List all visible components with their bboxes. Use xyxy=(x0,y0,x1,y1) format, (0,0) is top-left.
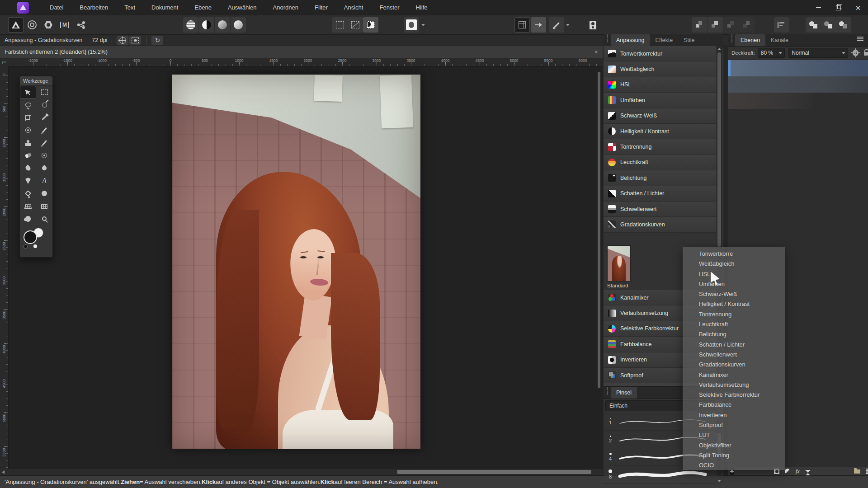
develop-persona-button[interactable] xyxy=(41,17,56,33)
perspective-tool[interactable] xyxy=(36,200,52,212)
scrollbar-thumb[interactable] xyxy=(717,52,721,247)
opacity-select[interactable]: 80 % xyxy=(758,48,785,58)
menu-item[interactable]: Fenster xyxy=(371,0,407,15)
burn-tool[interactable] xyxy=(20,162,36,174)
snapping-dropdown[interactable] xyxy=(564,17,571,33)
alignment-button[interactable] xyxy=(774,17,789,33)
dropdown-menu-item[interactable]: Objektivfilter xyxy=(699,441,785,450)
shape-tool[interactable] xyxy=(36,187,52,200)
dropdown-menu-item[interactable]: Verlaufsumsetzung xyxy=(699,380,785,390)
adjustment-item[interactable]: Umfärben xyxy=(604,93,716,108)
preview-mode-button[interactable] xyxy=(129,36,141,45)
clone-stamp-tool[interactable] xyxy=(20,136,36,149)
auto-colors-button[interactable] xyxy=(215,17,230,33)
adjustment-item[interactable]: HSL xyxy=(604,77,716,93)
dropdown-menu-item[interactable]: Kanalmixer xyxy=(699,370,785,380)
auto-contrast-button[interactable] xyxy=(199,17,214,33)
menu-item[interactable]: Dokument xyxy=(143,0,186,15)
tab-ebenen[interactable]: Ebenen xyxy=(735,34,765,46)
mixer-brush-tool[interactable] xyxy=(36,136,52,149)
selection-line-button[interactable] xyxy=(348,17,363,33)
tab-anpassung[interactable]: Anpassung xyxy=(611,34,650,46)
adjustment-item[interactable]: Schatten / Lichter xyxy=(604,186,716,202)
dropdown-menu-item[interactable]: Leuchtkraft xyxy=(699,319,785,329)
adjustment-item[interactable]: Schwarz-Weiß xyxy=(604,108,716,124)
close-button[interactable]: ✕ xyxy=(848,0,868,15)
dropdown-menu-item[interactable]: Weißabgleich xyxy=(699,259,785,269)
tone-mapping-persona-button[interactable]: M xyxy=(57,17,72,33)
hand-tool[interactable] xyxy=(20,212,36,225)
blend-ranges-button[interactable] xyxy=(805,468,811,475)
auto-white-balance-button[interactable] xyxy=(231,17,246,33)
menu-item[interactable]: Ebene xyxy=(186,0,220,15)
boolean-add-button[interactable] xyxy=(806,17,821,33)
boolean-subtract-button[interactable] xyxy=(821,17,836,33)
dropdown-menu-item[interactable]: OCIO xyxy=(699,460,785,470)
layer-row[interactable] xyxy=(728,93,812,109)
marquee-tool[interactable] xyxy=(36,86,52,99)
quick-mask-dropdown[interactable] xyxy=(420,17,427,33)
swap-colors-icon[interactable] xyxy=(33,244,37,248)
dropdown-menu-item[interactable]: Tontrennung xyxy=(699,310,785,319)
move-to-front-button[interactable] xyxy=(723,17,739,33)
adjustment-item[interactable]: Weißabgleich xyxy=(604,61,716,77)
new-selection-button[interactable] xyxy=(332,17,348,33)
tab-kanaele[interactable]: Kanäle xyxy=(765,34,794,46)
adjustment-item[interactable]: Gradationskurven xyxy=(604,217,716,232)
dropdown-menu-item[interactable]: Belichtung xyxy=(699,329,785,339)
move-to-back-button[interactable] xyxy=(739,17,755,33)
text-tool[interactable] xyxy=(36,174,52,187)
adjustment-item[interactable]: Belichtung xyxy=(604,170,716,186)
color-picker-tool[interactable] xyxy=(36,111,52,124)
menu-item[interactable]: Ansicht xyxy=(336,0,372,15)
scroll-left-arrow[interactable] xyxy=(2,470,5,474)
scroll-down-arrow[interactable] xyxy=(717,480,721,482)
dropdown-menu-item[interactable]: Split Toning xyxy=(699,450,785,460)
dropdown-menu-item[interactable]: Schatten / Lichter xyxy=(699,340,785,350)
dropdown-menu-item[interactable]: Schwellenwert xyxy=(699,350,785,360)
tab-effekte[interactable]: Effekte xyxy=(650,34,679,46)
tab-pinsel[interactable]: Pinsel xyxy=(611,387,637,399)
tab-stile[interactable]: Stile xyxy=(678,34,700,46)
document-tab[interactable]: Farbstich entfernen 2 [Geändert] (15.2%)… xyxy=(0,46,603,58)
gear-icon[interactable] xyxy=(853,50,859,56)
menu-item[interactable]: Anordnen xyxy=(265,0,307,15)
dropdown-menu-item[interactable]: Farbbalance xyxy=(699,400,785,410)
eraser-tool[interactable] xyxy=(20,149,36,162)
menu-item[interactable]: Auswählen xyxy=(220,0,265,15)
snapping-grid-button[interactable] xyxy=(514,17,530,33)
dropdown-menu-item[interactable]: Selektive Farbkorrektur xyxy=(699,390,785,400)
crop-tool[interactable] xyxy=(20,111,36,124)
tab-close-icon[interactable]: × xyxy=(594,48,598,56)
new-layer-button[interactable] xyxy=(866,468,868,475)
dropdown-menu-item[interactable]: Schwarz-Weiß xyxy=(699,289,785,299)
menu-item[interactable]: Hilfe xyxy=(408,0,436,15)
dropdown-menu-item[interactable]: Helligkeit / Kontrast xyxy=(699,299,785,309)
default-colors-icon[interactable] xyxy=(24,244,28,249)
assistant-button[interactable] xyxy=(585,17,600,33)
dropdown-menu-item[interactable]: Tonwertkorre xyxy=(699,249,785,259)
scrollbar-thumb[interactable] xyxy=(397,470,591,474)
liquify-persona-button[interactable] xyxy=(24,17,40,33)
canvas-vertical-scrollbar[interactable] xyxy=(597,66,601,473)
move-forward-button[interactable] xyxy=(692,17,707,33)
dropdown-menu-item[interactable]: LUT xyxy=(699,430,785,440)
adjustment-item[interactable]: Leuchtkraft xyxy=(604,155,716,170)
menu-item[interactable]: Datei xyxy=(42,0,71,15)
lock-icon[interactable] xyxy=(864,52,868,56)
layer-row[interactable] xyxy=(728,76,868,93)
restore-button[interactable] xyxy=(828,0,848,15)
auto-levels-button[interactable] xyxy=(183,17,198,33)
paint-brush-tool[interactable] xyxy=(36,124,52,136)
pen-tool[interactable] xyxy=(20,174,36,187)
snapping-options-button[interactable] xyxy=(549,17,564,33)
blur-tool[interactable] xyxy=(36,162,52,174)
boolean-intersect-button[interactable] xyxy=(835,17,851,33)
foreground-color-swatch[interactable] xyxy=(24,230,37,244)
flood-select-tool[interactable] xyxy=(20,124,36,136)
blend-mode-select[interactable]: Normal xyxy=(788,48,848,58)
adjustment-item[interactable]: Schwellenwert xyxy=(604,202,716,217)
cycle-selection-box-button[interactable] xyxy=(117,36,128,45)
dropdown-menu-item[interactable]: Softproof xyxy=(699,420,785,430)
scroll-up-arrow[interactable] xyxy=(717,48,721,50)
